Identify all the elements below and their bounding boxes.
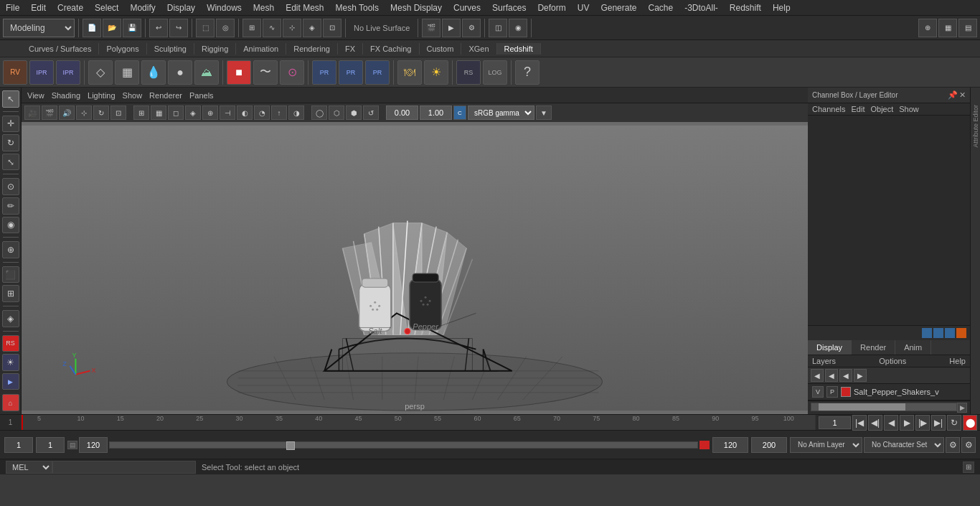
open-scene-btn[interactable]: 📂	[103, 19, 121, 37]
xray-btn[interactable]: ◫	[489, 19, 507, 37]
shelf-icon-mountain[interactable]: ⛰	[194, 60, 219, 85]
isolate-btn[interactable]: ◉	[509, 19, 527, 37]
current-frame-bottom-input[interactable]	[36, 437, 65, 453]
range-end-input[interactable]	[79, 437, 108, 453]
menu-windows[interactable]: Windows	[201, 1, 248, 14]
shelf-icon-ipr-1[interactable]: IPR	[29, 60, 54, 85]
shelf-icon-pr-2[interactable]: PR	[339, 60, 363, 85]
shelf-icon-log[interactable]: LOG	[483, 60, 507, 85]
vp-norm-btn[interactable]: ↑	[271, 106, 287, 120]
cb-edit-tab[interactable]: Edit	[851, 105, 864, 113]
shelf-icon-drop[interactable]: 💧	[141, 60, 166, 85]
render-settings-btn[interactable]: ⚙	[462, 19, 481, 37]
shelf-tab-rigging[interactable]: Rigging	[194, 43, 236, 55]
channel-box-btn[interactable]: ▦	[938, 19, 957, 37]
script-mode-dropdown[interactable]: MEL Python	[6, 461, 52, 474]
home-btn[interactable]: ⌂	[2, 394, 19, 411]
snap-view-btn[interactable]: ◈	[303, 19, 321, 37]
range-end-absolute-input[interactable]	[712, 437, 748, 453]
zoom-input[interactable]	[420, 106, 452, 120]
char-prefs-btn[interactable]: ⚙	[961, 437, 976, 453]
shelf-tab-xgen[interactable]: XGen	[461, 43, 496, 55]
select-mode-btn[interactable]: ⬚	[196, 19, 215, 37]
vp-menu-view[interactable]: View	[27, 91, 44, 100]
panel-close-btn[interactable]: ✕	[959, 90, 966, 100]
loop-btn[interactable]: ↻	[947, 415, 961, 431]
workspace-dropdown[interactable]: Modeling Rigging Rendering	[3, 19, 75, 37]
shelf-icon-diamond[interactable]: ◇	[88, 60, 113, 85]
soft-select-btn[interactable]: ◉	[2, 217, 19, 234]
shelf-icon-plate[interactable]: 🍽	[397, 60, 422, 85]
auto-key-btn[interactable]: ⬤	[963, 415, 977, 431]
render-seq-btn[interactable]: ▶	[442, 19, 461, 37]
menu-select[interactable]: Select	[89, 1, 124, 14]
shelf-icon-ipr-2[interactable]: IPR	[56, 60, 80, 85]
vp-hide-btn[interactable]: ⊡	[110, 106, 126, 120]
shelf-icon-circle[interactable]: ⊙	[280, 60, 304, 85]
command-input[interactable]	[52, 461, 196, 474]
time-range-slider[interactable]	[109, 441, 698, 449]
attr-editor-btn[interactable]: ▤	[958, 19, 977, 37]
vp-poly-btn[interactable]: ⬡	[329, 106, 344, 120]
layers-nav-layers[interactable]: Layers	[812, 357, 836, 365]
snap-pts-btn[interactable]: ⬛	[2, 266, 19, 284]
display-tab-btn[interactable]: Display	[808, 340, 852, 355]
colorspace-dropdown[interactable]: sRGB gamma Linear	[468, 106, 534, 120]
rs-light-btn[interactable]: ☀	[2, 354, 19, 371]
go-start-btn[interactable]: |◀	[852, 415, 867, 431]
anim-prefs-btn[interactable]: ⚙	[946, 437, 960, 453]
vp-menu-show[interactable]: Show	[123, 91, 143, 100]
anim-tab-btn[interactable]: Anim	[895, 340, 931, 355]
quad-draw-btn[interactable]: ⊞	[2, 285, 19, 302]
anim-layer-dropdown[interactable]: No Anim Layer	[790, 437, 862, 453]
play-fwd-btn[interactable]: ▶	[900, 415, 914, 431]
menu-mesh[interactable]: Mesh	[248, 1, 280, 14]
shelf-tab-polygons[interactable]: Polygons	[99, 43, 146, 55]
shelf-icon-wavy[interactable]: 〜	[253, 60, 278, 85]
scale-tool-btn[interactable]: ⤡	[2, 154, 19, 171]
help-line-btn[interactable]: ⊞	[963, 462, 974, 473]
menu-cache[interactable]: Cache	[642, 1, 679, 14]
shelf-tab-redshift[interactable]: Redshift	[497, 43, 541, 55]
move-tool-btn[interactable]: ✛	[2, 116, 19, 133]
layer-playback-btn[interactable]: P	[826, 386, 838, 398]
undo-btn[interactable]: ↩	[149, 19, 168, 37]
snap-grid-btn[interactable]: ⊞	[242, 19, 261, 37]
layer-arrow-right[interactable]: ▶	[854, 369, 867, 382]
vp-cam-btn[interactable]: 🎥	[24, 106, 40, 120]
snap-surface-btn[interactable]: ⊡	[323, 19, 341, 37]
cb-object-tab[interactable]: Object	[870, 105, 893, 113]
shelf-tab-animation[interactable]: Animation	[236, 43, 286, 55]
vp-xray-btn[interactable]: ◑	[288, 106, 304, 120]
shelf-icon-rs-text[interactable]: RS	[456, 60, 481, 85]
vp-colorspace-icon[interactable]: C	[453, 106, 466, 120]
vp-menu-renderer[interactable]: Renderer	[149, 91, 182, 100]
vp-grid-btn[interactable]: ⊞	[133, 106, 149, 120]
color-sample-4[interactable]	[956, 328, 966, 338]
vp-menu-shading[interactable]: Shading	[52, 91, 80, 100]
layer-color-swatch[interactable]	[841, 387, 851, 397]
rs-icon-btn[interactable]: RS	[2, 335, 19, 352]
vp-colorspace-arrow[interactable]: ▼	[536, 106, 552, 120]
shelf-tab-curves-surfaces[interactable]: Curves / Surfaces	[22, 43, 99, 55]
menu-surfaces[interactable]: Surfaces	[486, 1, 532, 14]
save-scene-btn[interactable]: 💾	[123, 19, 141, 37]
step-fwd-btn[interactable]: |▶	[915, 415, 930, 431]
redo-btn[interactable]: ↪	[169, 19, 188, 37]
vp-audio-btn[interactable]: 🔊	[59, 106, 75, 120]
menu-mesh-display[interactable]: Mesh Display	[385, 1, 448, 14]
lasso-select-btn[interactable]: ◎	[216, 19, 235, 37]
shelf-tab-rendering[interactable]: Rendering	[286, 43, 338, 55]
shelf-icon-grid[interactable]: ▦	[115, 60, 139, 85]
shelf-icon-sun[interactable]: ☀	[424, 60, 448, 85]
layers-nav-options[interactable]: Options	[879, 357, 906, 365]
layer-arrow-left-1[interactable]: ◀	[811, 369, 824, 382]
new-scene-btn[interactable]: 📄	[83, 19, 101, 37]
shelf-icon-cube-red[interactable]: ■	[227, 60, 251, 85]
layer-name-label[interactable]: Salt_Pepper_Shakers_v	[854, 388, 966, 396]
color-sample-2[interactable]	[933, 328, 943, 338]
time-range-thumb[interactable]	[286, 441, 295, 450]
cb-channels-tab[interactable]: Channels	[812, 105, 845, 113]
layer-arrow-left-2[interactable]: ◀	[825, 369, 838, 382]
shelf-tab-sculpting[interactable]: Sculpting	[147, 43, 194, 55]
